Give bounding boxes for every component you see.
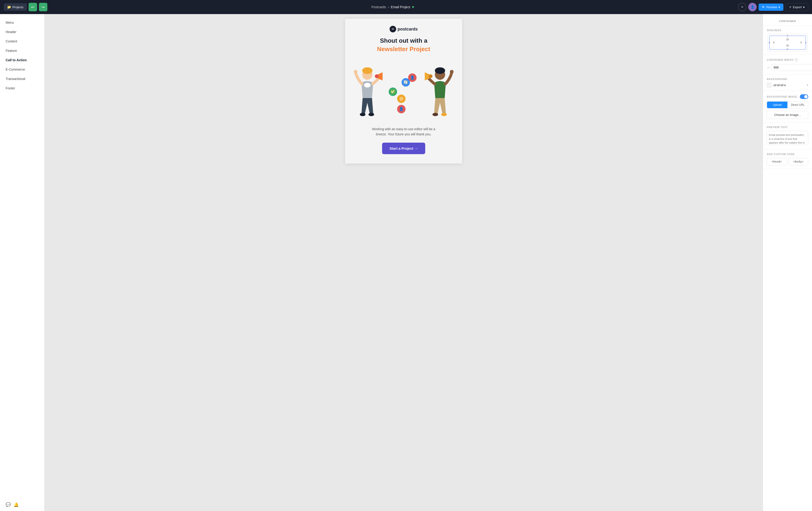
- container-width-section: CONTAINER WIDTH ? ↔ px: [763, 55, 812, 74]
- undo-button[interactable]: ↩: [29, 3, 37, 11]
- export-arrow-icon: ↗: [789, 5, 791, 9]
- sidebar-item-footer[interactable]: Footer: [0, 83, 44, 93]
- preview-text-label: PREVIEW TEXT: [767, 126, 808, 129]
- svg-point-1: [362, 68, 373, 74]
- resize-icon: ↔: [767, 66, 770, 70]
- preview-chevron-icon: ▾: [779, 5, 780, 9]
- spacing-outer: 0 0 0 0 20 0 0 20: [768, 34, 808, 51]
- export-label: Export: [793, 5, 802, 9]
- choose-image-button[interactable]: Choose an Image...: [767, 111, 808, 119]
- sidebar-item-menu[interactable]: Menu: [0, 18, 44, 27]
- custom-code-section: ADD CUSTOM CODE <head> <body>: [763, 150, 812, 169]
- svg-point-8: [435, 68, 445, 74]
- svg-point-2: [364, 83, 371, 87]
- topbar-breadcrumb: Postcards › Email Project: [50, 5, 735, 9]
- export-chevron-icon: ▾: [803, 5, 805, 9]
- width-row: ↔ px: [767, 64, 808, 71]
- eye-icon: 👁: [762, 5, 765, 9]
- color-swatch[interactable]: [767, 83, 772, 87]
- sidebar-item-call-to-action[interactable]: Call to Action: [0, 55, 44, 65]
- topbar-left: 📁 Projects ↩ ↪: [4, 3, 47, 11]
- email-headline-line2: Newsletter Project: [350, 45, 458, 53]
- float-person2-icon: 👤: [397, 105, 406, 113]
- panel-section-title: CONTAINER: [763, 18, 812, 26]
- logo-icon: ✉: [389, 26, 396, 32]
- spacing-inner-right: 0: [801, 41, 802, 44]
- direct-url-tab-button[interactable]: Direct URL: [787, 102, 808, 108]
- preview-text-section: PREVIEW TEXT: [763, 123, 812, 150]
- right-panel: CONTAINER SPACINGS 0 0 0 0 20 0 0 20: [763, 14, 812, 511]
- background-image-toggle[interactable]: [800, 94, 808, 99]
- email-cta-label: Start a Project →: [389, 146, 418, 151]
- preview-text-input[interactable]: [767, 131, 808, 145]
- bg-row: #F4F4F4 ▾: [767, 83, 808, 87]
- email-card[interactable]: ✉ postcards Shout out with a Newsletter …: [345, 19, 462, 164]
- spacing-inner-bottom: 20: [773, 44, 802, 47]
- svg-point-4: [375, 74, 379, 78]
- email-cta-button[interactable]: Start a Project →: [382, 143, 426, 154]
- sidebar-bottom: 💬 🔔: [0, 502, 45, 507]
- sidebar-item-feature[interactable]: Feature: [0, 46, 44, 55]
- svg-point-5: [360, 113, 366, 116]
- sidebar-item-header[interactable]: Header: [0, 27, 44, 36]
- svg-point-10: [429, 74, 433, 78]
- spacings-label: SPACINGS: [767, 29, 808, 32]
- head-code-button[interactable]: <head>: [767, 158, 787, 165]
- upload-tab-button[interactable]: Upload: [767, 102, 787, 108]
- container-width-help-icon[interactable]: ?: [794, 58, 798, 62]
- background-section: BACKGROUND #F4F4F4 ▾: [763, 74, 812, 91]
- avatar: 👤: [748, 3, 757, 11]
- topbar-right: + 👤 👁 Preview ▾ ↗ Export ▾: [738, 3, 808, 11]
- email-headline-line1: Shout out with a: [350, 37, 458, 44]
- breadcrumb-parent[interactable]: Postcards: [371, 5, 386, 9]
- projects-button[interactable]: 📁 Projects: [4, 3, 27, 11]
- preview-button[interactable]: 👁 Preview ▾: [759, 3, 783, 11]
- spacing-inner[interactable]: 20 0 0 20: [769, 36, 806, 50]
- breadcrumb-current: Email Project: [391, 5, 410, 9]
- breadcrumb-separator: ›: [388, 5, 389, 9]
- email-body-text: Working with an easy-to-use editor will …: [366, 127, 441, 137]
- float-at-icon: @: [397, 95, 406, 103]
- canvas-area: ✉ postcards Shout out with a Newsletter …: [45, 14, 763, 511]
- body-code-button[interactable]: <body>: [788, 158, 809, 165]
- main-layout: Menu Header Content Feature Call to Acti…: [0, 14, 812, 511]
- spacing-inner-vals: 0 0: [773, 41, 802, 44]
- topbar: 📁 Projects ↩ ↪ Postcards › Email Project…: [0, 0, 812, 14]
- svg-point-12: [441, 113, 447, 116]
- notification-icon[interactable]: 🔔: [13, 502, 19, 507]
- svg-point-6: [369, 113, 374, 116]
- spacing-inner-left: 0: [773, 41, 775, 44]
- online-indicator: [412, 6, 414, 8]
- bg-image-tab-row: Upload Direct URL: [767, 101, 808, 108]
- chat-icon[interactable]: 💬: [6, 502, 11, 507]
- spacing-box: 0 0 0 0 20 0 0 20: [768, 34, 808, 51]
- container-width-input[interactable]: [772, 64, 812, 71]
- email-illustration: 🔄 ✅ 👤 @ 👤: [350, 57, 458, 123]
- sidebar: Menu Header Content Feature Call to Acti…: [0, 14, 45, 511]
- sidebar-item-content[interactable]: Content: [0, 36, 44, 46]
- container-width-label: CONTAINER WIDTH: [767, 58, 793, 61]
- email-inner: ✉ postcards Shout out with a Newsletter …: [345, 19, 462, 164]
- folder-icon: 📁: [7, 5, 11, 9]
- code-row: <head> <body>: [767, 158, 808, 165]
- float-person-icon: 👤: [408, 74, 416, 82]
- sidebar-item-ecommerce[interactable]: E-Commerce: [0, 65, 44, 74]
- svg-point-11: [433, 113, 438, 116]
- projects-label: Projects: [12, 5, 24, 9]
- logo-text: postcards: [398, 27, 418, 32]
- svg-point-9: [450, 70, 454, 74]
- float-check-icon: ✅: [389, 87, 397, 96]
- sidebar-item-transactional[interactable]: Transactional: [0, 74, 44, 83]
- spacing-inner-top: 20: [773, 38, 802, 41]
- preview-label: Preview: [766, 5, 777, 9]
- add-button[interactable]: +: [738, 3, 746, 11]
- color-hex-value: #F4F4F4: [773, 83, 805, 87]
- custom-code-label: ADD CUSTOM CODE: [767, 153, 808, 156]
- export-button[interactable]: ↗ Export ▾: [785, 3, 808, 11]
- figure-right: [425, 62, 455, 123]
- color-chevron-icon[interactable]: ▾: [807, 83, 808, 87]
- background-image-label: BACKGROUND IMAGE: [767, 95, 797, 98]
- background-image-section: BACKGROUND IMAGE Upload Direct URL Choos…: [763, 91, 812, 123]
- spacings-section: SPACINGS 0 0 0 0 20 0 0 20: [763, 26, 812, 55]
- redo-button[interactable]: ↪: [39, 3, 47, 11]
